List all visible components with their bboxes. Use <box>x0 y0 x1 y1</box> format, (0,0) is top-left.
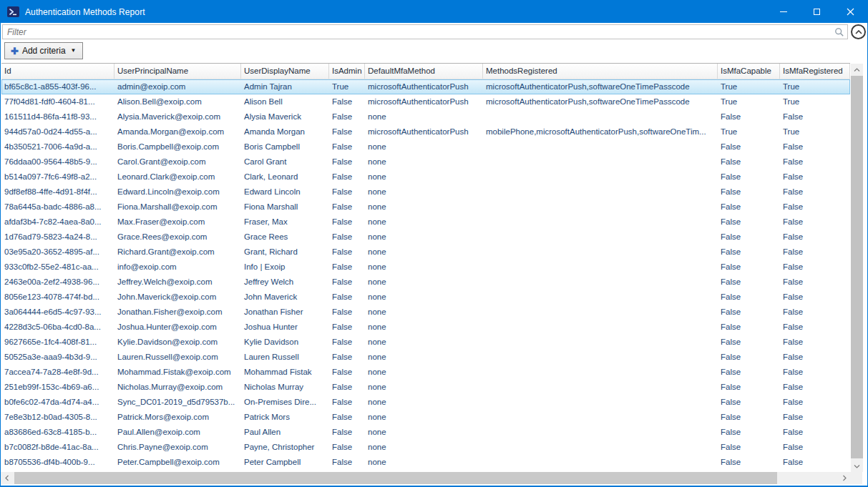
table-row[interactable]: b7c0082f-b8de-41ac-8a...Chris.Payne@exoi… <box>1 440 850 455</box>
table-row[interactable]: 77f04d81-fdf0-4604-81...Alison.Bell@exoi… <box>1 94 850 109</box>
table-row[interactable]: bf65c8c1-a855-403f-96...admin@exoip.comA… <box>1 79 850 94</box>
maximize-icon <box>814 9 820 15</box>
cell-userdisplayname: Mohammad Fistak <box>241 365 329 380</box>
table-row[interactable]: a83686ed-63c8-4185-b...Paul.Allen@exoip.… <box>1 425 850 440</box>
column-header-userdisplayname[interactable]: UserDisplayName <box>241 64 329 79</box>
title-bar: Authentication Methods Report <box>1 1 867 23</box>
cell-id: afdaf3b4-7c82-4aea-8a0... <box>1 215 114 230</box>
cell-ismfaregistered: False <box>780 320 850 335</box>
column-header-isadmin[interactable]: IsAdmin <box>329 64 365 79</box>
scroll-right-button[interactable] <box>839 472 850 484</box>
scroll-down-button[interactable] <box>851 461 863 472</box>
minimize-button[interactable] <box>766 1 800 23</box>
cell-isadmin: False <box>329 455 365 470</box>
cell-defaultmfamethod: none <box>365 440 483 455</box>
cell-userprincipalname: Chris.Payne@exoip.com <box>114 440 241 455</box>
maximize-button[interactable] <box>800 1 834 23</box>
table-row[interactable]: 161511d4-86fa-41f8-93...Alysia.Maverick@… <box>1 109 850 124</box>
table-row[interactable]: 50525a3e-aaa9-4b3d-9...Lauren.Russell@ex… <box>1 350 850 365</box>
table-row[interactable]: 76ddaa00-9564-48b5-9...Carol.Grant@exoip… <box>1 154 850 169</box>
table-row[interactable]: 1d76ad79-5823-4a24-8...Grace.Rees@exoip.… <box>1 230 850 245</box>
cell-userdisplayname: Boris Campbell <box>241 139 329 154</box>
cell-isadmin: False <box>329 335 365 350</box>
column-header-defaultmfamethod[interactable]: DefaultMfaMethod <box>365 64 483 79</box>
cell-ismfaregistered: True <box>780 94 850 109</box>
table-row[interactable]: b8705536-df4b-400b-9...Peter.Campbell@ex… <box>1 455 850 470</box>
table-row[interactable]: b514a097-7fc6-49f8-a2...Leonard.Clark@ex… <box>1 169 850 185</box>
cell-ismfacapable: False <box>718 440 780 455</box>
cell-isadmin: False <box>329 365 365 380</box>
cell-defaultmfamethod: none <box>365 230 483 245</box>
cell-ismfacapable: False <box>718 290 780 305</box>
cell-isadmin: False <box>329 94 365 109</box>
cell-ismfacapable: False <box>718 185 780 200</box>
scroll-up-button[interactable] <box>851 64 863 75</box>
cell-methodsregistered: microsoftAuthenticatorPush,softwareOneTi… <box>483 94 718 109</box>
cell-id: 251eb99f-153c-4b69-a6... <box>1 380 114 395</box>
cell-userdisplayname: Alysia Maverick <box>241 109 329 124</box>
vertical-scrollbar[interactable] <box>851 64 863 472</box>
horizontal-scrollbar-thumb[interactable] <box>14 472 777 484</box>
cell-isadmin: False <box>329 350 365 365</box>
search-icon[interactable] <box>834 27 844 37</box>
table-row[interactable]: 2463e00a-2ef2-4938-96...Jeffrey.Welch@ex… <box>1 275 850 290</box>
cell-id: b0fe6c02-47da-4d74-a4... <box>1 395 114 410</box>
filter-input[interactable] <box>3 26 834 38</box>
cell-ismfacapable: False <box>718 260 780 275</box>
cell-ismfaregistered: False <box>780 215 850 230</box>
table-row[interactable]: 78a6445a-badc-4886-a8...Fiona.Marshall@e… <box>1 200 850 215</box>
cell-userdisplayname: Nicholas Murray <box>241 380 329 395</box>
cell-id: b8705536-df4b-400b-9... <box>1 455 114 470</box>
cell-userprincipalname: Paul.Allen@exoip.com <box>114 425 241 440</box>
cell-userdisplayname: Lauren Russell <box>241 350 329 365</box>
table-row[interactable]: 7accea74-7a28-4e8f-9d...Mohammad.Fistak@… <box>1 365 850 380</box>
table-row[interactable]: 7e8e3b12-b0ad-4305-8...Patrick.Mors@exoi… <box>1 410 850 425</box>
table-row[interactable]: 944d57a0-0d24-4d55-a...Amanda.Morgan@exo… <box>1 124 850 139</box>
cell-methodsregistered <box>483 215 718 230</box>
add-criteria-button[interactable]: ✚ Add criteria ▼ <box>4 42 83 59</box>
column-header-methodsregistered[interactable]: MethodsRegistered <box>483 64 718 79</box>
table-row[interactable]: b0fe6c02-47da-4d74-a4...Sync_DC01-2019_d… <box>1 395 850 410</box>
table-row[interactable]: 9df8ef88-4ffe-4d91-8f4f...Edward.Lincoln… <box>1 185 850 200</box>
cell-defaultmfamethod: none <box>365 185 483 200</box>
close-icon <box>847 8 854 16</box>
cell-methodsregistered: microsoftAuthenticatorPush,softwareOneTi… <box>483 79 718 94</box>
cell-ismfaregistered: False <box>780 139 850 154</box>
table-row[interactable]: 4b350521-7006-4a9d-a...Boris.Campbell@ex… <box>1 139 850 154</box>
table-row[interactable]: 251eb99f-153c-4b69-a6...Nicholas.Murray@… <box>1 380 850 395</box>
cell-ismfaregistered: False <box>780 245 850 260</box>
close-button[interactable] <box>834 1 867 23</box>
table-row[interactable]: 9627665e-1fc4-408f-81...Kylie.Davidson@e… <box>1 335 850 350</box>
column-header-id[interactable]: Id <box>1 64 114 79</box>
cell-methodsregistered <box>483 169 718 185</box>
cell-ismfacapable: False <box>718 395 780 410</box>
cell-methodsregistered <box>483 455 718 470</box>
cell-ismfaregistered: False <box>780 365 850 380</box>
cell-methodsregistered <box>483 245 718 260</box>
column-header-ismfacapable[interactable]: IsMfaCapable <box>718 64 780 79</box>
cell-userdisplayname: Admin Tajran <box>241 79 329 94</box>
cell-ismfacapable: False <box>718 455 780 470</box>
scroll-left-button[interactable] <box>1 472 12 484</box>
cell-defaultmfamethod: microsoftAuthenticatorPush <box>365 79 483 94</box>
cell-ismfacapable: False <box>718 245 780 260</box>
cell-id: 161511d4-86fa-41f8-93... <box>1 109 114 124</box>
cell-isadmin: False <box>329 305 365 320</box>
table-row[interactable]: 4228d3c5-06ba-4cd0-8a...Joshua.Hunter@ex… <box>1 320 850 335</box>
collapse-criteria-button[interactable] <box>851 24 866 39</box>
table-row[interactable]: 8056e123-4078-474f-bd...John.Maverick@ex… <box>1 290 850 305</box>
cell-defaultmfamethod: microsoftAuthenticatorPush <box>365 124 483 139</box>
cell-defaultmfamethod: none <box>365 380 483 395</box>
table-row[interactable]: 933c0fb2-55e2-481c-aa...info@exoip.comIn… <box>1 260 850 275</box>
table-row[interactable]: 3a064444-e6d5-4c97-93...Jonathan.Fisher@… <box>1 305 850 320</box>
cell-id: 78a6445a-badc-4886-a8... <box>1 200 114 215</box>
table-row[interactable]: 03e95a20-3652-4895-af...Richard.Grant@ex… <box>1 245 850 260</box>
chevron-up-icon <box>855 30 862 34</box>
horizontal-scrollbar[interactable] <box>1 472 850 484</box>
cell-userprincipalname: Mohammad.Fistak@exoip.com <box>114 365 241 380</box>
vertical-scrollbar-thumb[interactable] <box>851 76 863 458</box>
table-row[interactable]: afdaf3b4-7c82-4aea-8a0...Max.Fraser@exoi… <box>1 215 850 230</box>
column-header-userprincipalname[interactable]: UserPrincipalName <box>114 64 241 79</box>
cell-ismfacapable: False <box>718 335 780 350</box>
column-header-ismfaregistered[interactable]: IsMfaRegistered <box>780 64 850 79</box>
